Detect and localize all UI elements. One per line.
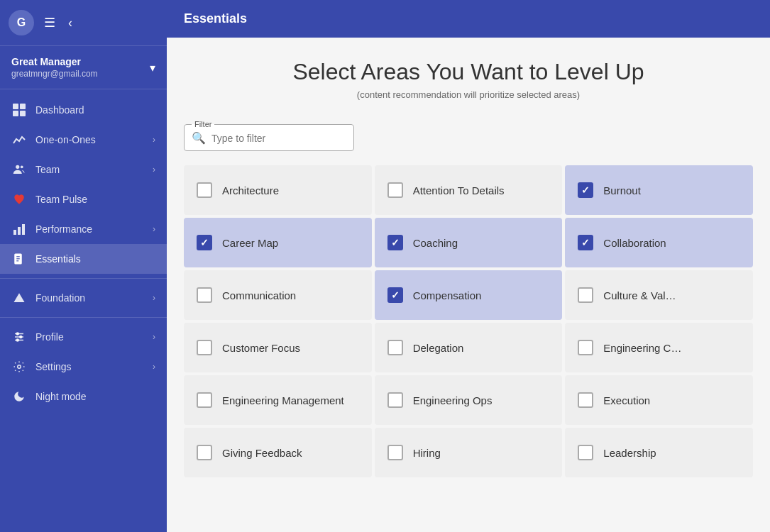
svg-rect-1 [20,104,26,109]
checkbox-communication [197,287,212,303]
svg-point-20 [18,365,21,369]
main-area: Essentials Select Areas You Want to Leve… [167,0,770,532]
checkbox-coaching [387,235,403,250]
filter-inner: 🔍 [192,131,346,145]
sidebar-item-label-profile: Profile [35,331,144,343]
sidebar-item-settings[interactable]: Settings › [0,352,167,382]
sidebar-item-one-on-ones[interactable]: One-on-Ones › [0,125,167,155]
area-card-customer-focus[interactable]: Customer Focus [184,323,372,372]
area-card-delegation[interactable]: Delegation [375,323,563,372]
gear-icon [11,359,27,375]
area-label-coaching: Coaching [413,237,458,249]
sidebar-item-team[interactable]: Team › [0,155,167,184]
checkbox-customer-focus [197,340,212,355]
checkbox-compensation [387,287,403,303]
user-dropdown-icon: ▾ [150,61,155,74]
checkbox-burnout [578,182,593,198]
area-label-leadership: Leadership [603,447,656,459]
chevron-right-icon: › [153,135,155,145]
sidebar-item-dashboard[interactable]: Dashboard [0,95,167,125]
area-card-collaboration[interactable]: Collaboration [565,218,753,267]
checkbox-attention-to-details [387,182,403,198]
svg-rect-2 [13,111,18,116]
sidebar-item-performance[interactable]: Performance › [0,214,167,244]
book-icon [11,251,27,267]
filter-container: Filter 🔍 [184,120,753,151]
people-icon [11,162,27,177]
sidebar-item-label-dashboard: Dashboard [35,104,155,116]
checkbox-execution [578,392,593,408]
chevron-right-icon: › [153,332,155,342]
chevron-right-icon: › [153,224,155,234]
svg-rect-12 [16,260,18,261]
checkbox-career-map [197,235,212,250]
area-card-execution[interactable]: Execution [565,375,753,425]
chevron-right-icon: › [153,362,155,372]
area-card-architecture[interactable]: Architecture [184,165,372,215]
area-card-engineering-culture[interactable]: Engineering C… [565,323,753,372]
area-card-coaching[interactable]: Coaching [375,218,563,267]
area-card-leadership[interactable]: Leadership [565,428,753,477]
collapse-icon[interactable]: ‹ [65,13,75,33]
mountain-icon [11,290,27,306]
svg-rect-0 [13,104,18,109]
sidebar-item-team-pulse[interactable]: Team Pulse [0,184,167,214]
area-label-engineering-ops: Engineering Ops [413,394,493,406]
area-card-career-map[interactable]: Career Map [184,218,372,267]
sidebar-item-label-night-mode: Night mode [35,391,155,402]
chevron-right-icon: › [153,165,155,174]
area-label-career-map: Career Map [222,237,278,249]
page-subheading: (content recommendation will prioritize … [184,89,753,100]
sidebar-item-label-essentials: Essentials [35,253,155,265]
area-card-giving-feedback[interactable]: Giving Feedback [184,428,372,477]
avatar: G [9,10,34,35]
area-card-hiring[interactable]: Hiring [375,428,563,477]
area-card-burnout[interactable]: Burnout [565,165,753,215]
checkbox-delegation [387,340,403,355]
checkbox-leadership [578,445,593,460]
area-label-hiring: Hiring [413,447,441,459]
chevron-right-icon: › [153,293,155,303]
area-label-execution: Execution [603,394,650,406]
filter-input[interactable] [211,133,339,144]
sidebar-item-essentials[interactable]: Essentials [0,244,167,274]
checkbox-architecture [197,182,212,198]
area-label-collaboration: Collaboration [603,237,666,249]
checkbox-engineering-culture [578,340,593,355]
sidebar-item-label-team-pulse: Team Pulse [35,194,155,205]
area-card-engineering-ops[interactable]: Engineering Ops [375,375,563,425]
svg-point-18 [20,336,22,338]
topbar: Essentials [167,0,770,38]
menu-icon[interactable]: ☰ [41,12,58,33]
checkbox-giving-feedback [197,445,212,460]
svg-rect-6 [13,230,16,235]
sidebar-item-label-settings: Settings [35,361,144,372]
content-area: Select Areas You Want to Level Up (conte… [167,38,770,532]
area-label-burnout: Burnout [603,184,641,196]
area-card-attention-to-details[interactable]: Attention To Details [375,165,563,215]
user-email: greatmngr@gmail.com [11,69,98,79]
sidebar-item-label-performance: Performance [35,223,144,235]
sidebar-item-profile[interactable]: Profile › [0,322,167,352]
svg-marker-13 [14,293,25,302]
sidebar: G ☰ ‹ Great Manager greatmngr@gmail.com … [0,0,167,532]
page-heading: Select Areas You Want to Level Up [184,59,753,85]
user-info[interactable]: Great Manager greatmngr@gmail.com ▾ [0,46,167,89]
svg-rect-7 [18,227,21,235]
user-name: Great Manager [11,56,98,67]
area-card-culture-values[interactable]: Culture & Val… [565,270,753,320]
area-label-communication: Communication [222,289,296,301]
sidebar-item-foundation[interactable]: Foundation › [0,283,167,313]
svg-rect-8 [22,224,25,235]
area-label-architecture: Architecture [222,184,279,196]
sidebar-header: G ☰ ‹ [0,0,167,46]
area-card-engineering-management[interactable]: Engineering Management [184,375,372,425]
nav-section-main: Dashboard One-on-Ones › Team [0,89,167,532]
area-label-delegation: Delegation [413,342,464,354]
sidebar-item-night-mode[interactable]: Night mode [0,382,167,411]
checkbox-engineering-ops [387,392,403,408]
svg-point-4 [16,165,19,169]
area-card-compensation[interactable]: Compensation [375,270,563,320]
area-card-communication[interactable]: Communication [184,270,372,320]
sliders-icon [11,329,27,345]
